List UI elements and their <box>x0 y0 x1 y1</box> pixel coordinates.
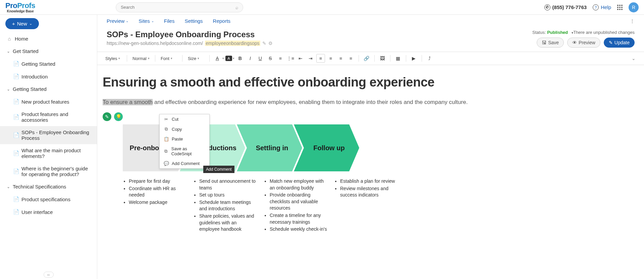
strike-icon[interactable]: S <box>266 54 275 63</box>
sidebar-item[interactable]: 📄SOPs - Employee Onboarding Process <box>0 126 97 144</box>
sidebar-item[interactable]: 📄Product features and accessories <box>0 108 97 126</box>
phone-number[interactable]: ✆ (855) 776-7763 <box>544 4 587 10</box>
nav-reports[interactable]: Reports <box>213 18 231 24</box>
bold-icon[interactable]: B <box>236 54 245 63</box>
nav-label: Sites <box>139 18 150 24</box>
nav-files[interactable]: Files <box>164 18 175 24</box>
unordered-list-icon[interactable]: ⋮≡ <box>286 54 295 63</box>
align-center-icon[interactable]: ≡ <box>326 54 335 63</box>
new-button[interactable]: + New ⌄ <box>5 18 39 29</box>
save-button[interactable]: 🖫Save <box>537 38 564 48</box>
indent-icon[interactable]: ⇥ <box>306 54 315 63</box>
sidebar-item[interactable]: ⌄Getting Started <box>0 83 97 95</box>
logo-subtitle: Knowledge Base <box>7 9 34 13</box>
sidebar: + New ⌄ ⌂Home⌄Get Started📄Getting Starte… <box>0 15 97 279</box>
context-menu-item[interactable]: ⧉Copy <box>160 124 209 134</box>
editor-toolbar: Styles▾ Normal▾ Font▾ Size▾ A▾ A▾ B I U … <box>97 52 644 65</box>
upload-icon[interactable]: ⤴ <box>425 54 434 63</box>
editor-area[interactable]: Ensuring a smooth and effective onboardi… <box>97 65 644 279</box>
document-url: https://new-gen-solutions.helpdocsonline… <box>107 41 273 46</box>
bullet-item: Schedule team meetings and introductions <box>199 199 257 212</box>
chevron-icon: ⌄ <box>7 184 10 189</box>
text-color-icon[interactable]: A <box>213 54 222 63</box>
bullet-item: Create a timeline for any necessary trai… <box>270 212 327 225</box>
context-menu-item[interactable]: ✂Cut <box>160 114 209 124</box>
cm-label: Save as CodeSnipt <box>171 146 205 156</box>
chevron-down-icon: ⌄ <box>126 19 128 23</box>
bullet-item: Send out announcement to teams <box>199 178 257 191</box>
page-icon: 📄 <box>13 73 19 79</box>
context-menu-item[interactable]: 💬Add Comment <box>160 159 209 168</box>
sidebar-item[interactable]: 📄User interface <box>0 206 97 218</box>
align-justify-icon[interactable]: ≡ <box>346 54 355 63</box>
update-button[interactable]: ✎Update <box>604 38 635 48</box>
document-title: SOPs - Employee Onboarding Process <box>107 30 273 39</box>
align-right-icon[interactable]: ≡ <box>336 54 345 63</box>
page-icon: 📄 <box>13 196 19 202</box>
context-menu-item[interactable]: 📋Paste <box>160 134 209 144</box>
edit-icon[interactable]: ✎ <box>262 41 266 46</box>
bg-color-icon[interactable]: A <box>225 56 232 61</box>
plus-icon: + <box>12 21 15 26</box>
nav-sites[interactable]: Sites ⌄ <box>139 18 154 24</box>
sidebar-item[interactable]: ⌄Get Started <box>0 45 97 57</box>
phone-icon: ✆ <box>544 4 550 10</box>
url-slug[interactable]: employeeonboardingsops <box>205 41 260 46</box>
sidebar-item[interactable]: 📄Product specifications <box>0 193 97 206</box>
align-left-icon[interactable]: ≡ <box>316 54 325 63</box>
nav-settings[interactable]: Settings <box>184 18 203 24</box>
avatar[interactable]: R <box>629 2 639 12</box>
link-icon[interactable]: 🔗 <box>362 54 371 63</box>
bullet-item: Establish a plan for review <box>340 178 398 185</box>
underline-icon[interactable]: U <box>256 54 265 63</box>
ordered-list-icon[interactable]: ≡ <box>276 54 285 63</box>
intro-paragraph[interactable]: To ensure a smooth and effective onboard… <box>103 99 639 106</box>
status-value: Published <box>547 30 568 35</box>
gear-icon[interactable]: ⚙ <box>268 41 273 46</box>
sidebar-item[interactable]: 📄What are the main product elements? <box>0 144 97 162</box>
page-icon: 📄 <box>13 114 19 120</box>
cm-icon: ⧉ <box>164 126 168 132</box>
cm-icon: 📋 <box>164 136 168 142</box>
eye-icon: 👁 <box>572 40 577 45</box>
logo[interactable]: ProProfs Knowledge Base <box>5 1 35 13</box>
context-menu-item[interactable]: ⧉Save as CodeSnipt <box>160 144 209 159</box>
save-label: Save <box>548 40 559 45</box>
sidebar-item[interactable]: 📄Getting Started <box>0 57 97 70</box>
search-box[interactable]: ⌕ <box>116 2 243 12</box>
format-select[interactable]: Normal▾ <box>130 55 152 62</box>
help-link[interactable]: ? Help <box>593 4 611 10</box>
sidebar-item[interactable]: 📄New product features <box>0 95 97 108</box>
size-select[interactable]: Size▾ <box>186 55 206 62</box>
logo-pro: Pro <box>5 1 17 10</box>
tooltip: Add Comment <box>203 166 234 173</box>
sidebar-item-label: What are the main product elements? <box>21 148 92 159</box>
preview-button[interactable]: 👁Preview <box>567 38 600 48</box>
ai-badge-1[interactable]: ✎ <box>103 112 111 121</box>
sidebar-item[interactable]: 📄Where is the beginner's guide for opera… <box>0 162 97 180</box>
sidebar-collapse-handle[interactable]: ‹‹ <box>44 272 54 278</box>
outdent-icon[interactable]: ⇤ <box>296 54 305 63</box>
apps-icon[interactable] <box>617 5 623 10</box>
table-icon[interactable]: ▦ <box>394 54 402 63</box>
font-select[interactable]: Font▾ <box>159 55 179 62</box>
page-icon: 📄 <box>13 150 19 156</box>
top-header: ProProfs Knowledge Base ⌕ ✆ (855) 776-77… <box>0 0 644 15</box>
video-icon[interactable]: ▶ <box>410 54 418 63</box>
context-menu: ✂Cut⧉Copy📋Paste⧉Save as CodeSnipt💬Add Co… <box>159 114 210 169</box>
image-icon[interactable]: 🖼 <box>378 54 387 63</box>
nav-label: Files <box>164 18 175 24</box>
ai-badge-2[interactable]: 💡 <box>114 112 123 121</box>
nav-preview[interactable]: Preview ⌄ <box>107 18 128 24</box>
page-icon: 📄 <box>13 132 19 138</box>
expand-toolbar-icon[interactable]: ⌄ <box>629 54 638 63</box>
editor-heading[interactable]: Ensuring a smooth and effective onboardi… <box>103 75 639 90</box>
italic-icon[interactable]: I <box>246 54 255 63</box>
chevron-step: Settling in <box>237 124 302 171</box>
search-input[interactable] <box>121 5 235 10</box>
sidebar-item[interactable]: ⌂Home <box>0 33 97 45</box>
sidebar-item[interactable]: ⌄Technical Specifications <box>0 180 97 193</box>
sidebar-item[interactable]: 📄Introduction <box>0 70 97 83</box>
styles-select[interactable]: Styles▾ <box>103 55 123 62</box>
kebab-menu-icon[interactable]: ⋮ <box>630 18 635 24</box>
